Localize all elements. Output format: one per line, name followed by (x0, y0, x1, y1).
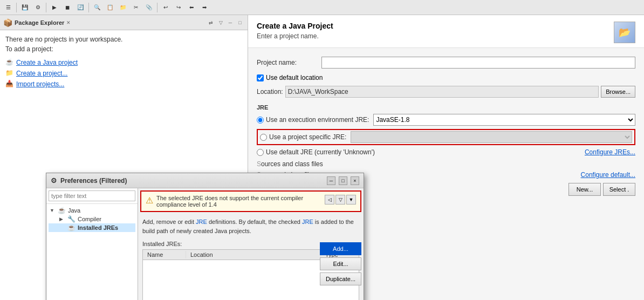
toolbar-save[interactable]: 💾 (19, 2, 31, 13)
preferences-dialog: ⚙ Preferences (Filtered) ─ □ × ▼ ☕ Java … (46, 173, 364, 300)
warning-text: The selected JRE does not support the cu… (156, 195, 321, 208)
edit-button[interactable]: Edit... (320, 257, 361, 270)
project-name-row: Project name: (257, 57, 635, 69)
toolbar-more4[interactable]: ➡ (198, 2, 210, 13)
dialog-title: Preferences (Filtered) (60, 177, 324, 185)
panel-sync-btn[interactable]: ⇄ (207, 18, 215, 27)
workspace-line1: There are no projects in your workspace. (5, 35, 242, 44)
toolbar-more2[interactable]: ↪ (173, 2, 184, 13)
add-button[interactable]: Add... (320, 242, 361, 255)
browse-button[interactable]: Browse... (601, 86, 635, 98)
jre-blue-span: JRE (196, 219, 207, 225)
location-label: Location: (257, 88, 283, 96)
panel-title: Package Explorer (15, 19, 64, 26)
tree-item-installed-jres[interactable]: ☕ Installed JREs (49, 223, 135, 232)
jre-execution-env-radio[interactable] (257, 117, 264, 124)
import-projects-link[interactable]: 📥 Import projects... (5, 80, 242, 88)
jre-section-label: JRE (257, 104, 635, 111)
configure-jres-link[interactable]: Configure JREs... (585, 148, 635, 156)
source-label-1: Sources and class files (257, 160, 635, 168)
main-toolbar: ☰ 💾 ⚙ ▶ ◼ 🔄 🔍 📋 📁 ✂ 📎 ↩ ↪ ⬅ ➡ (0, 0, 644, 15)
toolbar-sep-3 (88, 3, 89, 12)
warning-expand-btn[interactable]: ▼ (346, 195, 356, 204)
project-name-label: Project name: (257, 59, 321, 66)
create-project-link[interactable]: 📁 Create a project... (5, 69, 242, 78)
toolbar-menu[interactable]: ☰ (2, 2, 14, 13)
jre-execution-env-dropdown[interactable]: JavaSE-1.8 JavaSE-11 JavaSE-17 (373, 114, 635, 126)
toolbar-more1[interactable]: ↩ (160, 2, 172, 13)
workspace-line2: To add a project: (5, 44, 242, 54)
panel-actions: ⇄ ▽ ─ □ (207, 18, 244, 27)
warning-prev-btn[interactable]: ◁ (325, 195, 334, 204)
wizard-title: Create a Java Project (257, 22, 333, 30)
dialog-body: ▼ ☕ Java ▶ 🔧 Compiler ☕ Installed JREs (46, 188, 364, 300)
wizard-header-text: Create a Java Project Enter a project na… (257, 22, 333, 40)
info-text: Add, remove or edit JRE definitions. By … (138, 214, 364, 238)
toolbar-gear[interactable]: ⚙ (32, 2, 44, 13)
warning-banner: ⚠ The selected JRE does not support the … (140, 190, 361, 212)
toolbar-search[interactable]: 🔍 (91, 2, 103, 13)
warning-icon: ⚠ (146, 195, 153, 206)
jre-execution-env-row: Use an execution environment JRE: JavaSE… (257, 114, 635, 126)
dialog-action-buttons: Add... Edit... Duplicate... (320, 242, 361, 285)
new-button[interactable]: New... (568, 183, 601, 196)
use-default-location-checkbox[interactable] (257, 74, 264, 81)
toolbar-run[interactable]: ▶ (49, 2, 60, 13)
toolbar-copy[interactable]: 📋 (104, 2, 116, 13)
jre-default-row: Use default JRE (currently 'Unknown') Co… (257, 148, 635, 156)
panel-collapse-btn[interactable]: ▽ (216, 18, 225, 27)
import-projects-label[interactable]: Import projects... (16, 80, 64, 88)
tree-label-compiler: Compiler (78, 216, 101, 222)
dialog-titlebar: ⚙ Preferences (Filtered) ─ □ × (46, 173, 364, 188)
tree-area: ▼ ☕ Java ▶ 🔧 Compiler ☕ Installed JREs (46, 204, 138, 300)
wizard-icon: 📂 (614, 22, 635, 43)
tree-label-java: Java (68, 207, 80, 214)
tree-item-java[interactable]: ▼ ☕ Java (49, 206, 135, 215)
create-java-project-link[interactable]: ☕ Create a Java project (5, 58, 242, 67)
create-project-label[interactable]: Create a project... (16, 70, 67, 77)
select-button[interactable]: Select . (603, 183, 635, 196)
panel-max-btn[interactable]: □ (236, 18, 244, 27)
filter-input-wrap (46, 188, 138, 204)
warning-next-btn[interactable]: ▽ (335, 195, 345, 204)
jre-project-specific-dropdown[interactable] (351, 131, 632, 143)
toolbar-cut[interactable]: ✂ (130, 2, 142, 13)
filter-input[interactable] (49, 190, 135, 201)
project-name-input[interactable] (321, 57, 635, 69)
jre-execution-env-label: Use an execution environment JRE: (266, 116, 369, 124)
jre-blue-span2: JRE (302, 219, 313, 225)
use-default-location-row: Use default location (257, 74, 635, 81)
configure-default-link[interactable]: Configure default... (581, 171, 635, 179)
dialog-minimize-btn[interactable]: ─ (327, 176, 335, 185)
jre-section: JRE Use an execution environment JRE: Ja… (257, 104, 635, 156)
duplicate-button[interactable]: Duplicate... (320, 272, 361, 285)
panel-min-btn[interactable]: ─ (226, 18, 235, 27)
compiler-icon: 🔧 (67, 215, 76, 223)
tree-item-compiler[interactable]: ▶ 🔧 Compiler (49, 215, 135, 223)
toolbar-folder[interactable]: 📁 (117, 2, 129, 13)
dialog-maximize-btn[interactable]: □ (339, 176, 347, 185)
jre-project-specific-radio[interactable] (260, 134, 267, 141)
toolbar-stop[interactable]: ◼ (61, 2, 73, 13)
jre-project-specific-label: Use a project specific JRE: (269, 133, 346, 141)
source-row-1: Sources and class files (257, 160, 635, 168)
col-location: Location (186, 251, 321, 258)
warning-arrows: ◁ ▽ ▼ (325, 195, 356, 204)
wizard-subtitle: Enter a project name. (257, 32, 333, 40)
wizard-header: Create a Java Project Enter a project na… (248, 15, 644, 48)
create-java-project-label[interactable]: Create a Java project (16, 59, 78, 66)
tree-arrow-java: ▼ (50, 208, 55, 213)
tree-label-installed-jres: Installed JREs (78, 224, 118, 231)
toolbar-more3[interactable]: ⬅ (186, 2, 197, 13)
workspace-message: There are no projects in your workspace.… (5, 35, 242, 54)
toolbar-refresh[interactable]: 🔄 (74, 2, 86, 13)
toolbar-sep-4 (157, 3, 157, 12)
dialog-left-panel: ▼ ☕ Java ▶ 🔧 Compiler ☕ Installed JREs (46, 188, 138, 300)
dialog-close-btn[interactable]: × (351, 176, 359, 185)
jre-default-radio[interactable] (257, 149, 264, 156)
location-input[interactable] (285, 86, 599, 98)
toolbar-clip[interactable]: 📎 (143, 2, 155, 13)
installed-jres-icon: ☕ (67, 224, 76, 231)
java-project-icon: ☕ (5, 58, 14, 67)
tree-arrow-compiler: ▶ (59, 216, 65, 222)
